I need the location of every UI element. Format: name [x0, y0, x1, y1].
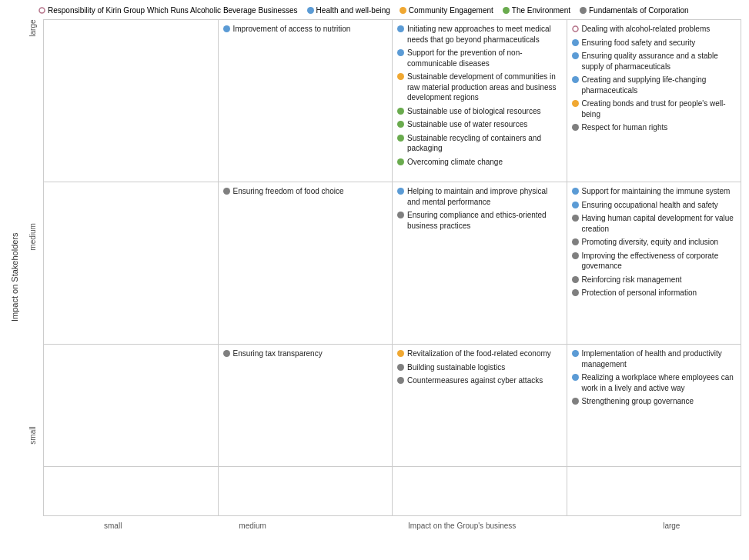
x-tick-large-label: Impact on the Group's business [323, 522, 602, 530]
svg-point-0 [39, 8, 45, 13]
dot-item [572, 252, 579, 259]
bullet-text: Countermeasures against cyber attacks [407, 375, 562, 386]
grid-rows: Improvement of access to nutrition Initi… [43, 19, 741, 516]
dot-item [223, 188, 230, 195]
bullet-text: Ensuring freedom of food choice [233, 186, 388, 197]
dot-item [397, 364, 404, 371]
dot-item [397, 135, 404, 142]
legend-item-community: Community Engagement [400, 6, 493, 15]
bullet-text: Creating bonds and trust for people's we… [582, 98, 737, 119]
legend-item-alcohol: Responsibility of Kirin Group Which Runs… [38, 6, 298, 15]
dot-item [397, 377, 404, 384]
legend: Responsibility of Kirin Group Which Runs… [8, 6, 741, 15]
bullet-revitalization: Revitalization of the food-related econo… [397, 348, 562, 359]
bullet-text: Sustainable recycling of containers and … [407, 133, 562, 154]
dot-item [397, 212, 404, 218]
legend-label-environment: The Environment [512, 6, 570, 15]
legend-label-alcohol: Responsibility of Kirin Group Which Runs… [48, 6, 298, 15]
bullet-occupational: Ensuring occupational health and safety [572, 200, 737, 211]
bullet-governance: Improving the effectiveness of corporate… [572, 251, 737, 272]
bullet-text: Dealing with alcohol-related problems [582, 24, 737, 35]
bullet-logistics: Building sustainable logistics [397, 362, 562, 373]
dot-item [572, 124, 579, 131]
bullet-immune: Support for maintaining the immune syste… [572, 186, 737, 197]
dot-item [572, 215, 579, 222]
dot-item [572, 289, 579, 296]
x-tick-large: large [602, 522, 741, 530]
legend-label-health: Health and well-being [316, 6, 390, 15]
bullet-text: Promoting diversity, equity and inclusio… [582, 237, 737, 248]
bullet-containers: Sustainable recycling of containers and … [397, 133, 562, 154]
page: Responsibility of Kirin Group Which Runs… [0, 0, 749, 560]
cell-large-small [43, 20, 218, 182]
cell-ml-medium: Ensuring freedom of food choice [218, 182, 393, 344]
cell-large-medium: Improvement of access to nutrition [218, 20, 393, 182]
dot-item [397, 158, 404, 165]
x-ticks: small medium Impact on the Group's busin… [43, 516, 741, 535]
grid-row-small [43, 466, 741, 516]
bullet-health-prod: Implementation of health and productivit… [572, 348, 737, 369]
dot-item [572, 52, 579, 59]
dot-item [397, 49, 404, 56]
dot-item [572, 202, 579, 208]
chart-container: Impact on Stakeholders large medium smal… [8, 19, 741, 535]
x-tick-medium: medium [182, 522, 322, 530]
bullet-text: Ensuring tax transparency [233, 348, 388, 359]
cell-ml-large-left: Helping to maintain and improve physical… [392, 182, 567, 344]
dot-health [307, 7, 314, 14]
bullet-text: Building sustainable logistics [407, 362, 562, 373]
bullet-text: Realizing a workplace where employees ca… [582, 372, 737, 393]
bullet-cyber: Countermeasures against cyber attacks [397, 375, 562, 386]
dot-item [572, 188, 579, 195]
ring-icon-small [572, 25, 579, 32]
dot-item [572, 276, 579, 283]
bullet-text: Reinforcing risk management [582, 275, 737, 285]
ring-icon [38, 7, 45, 14]
dot-item [223, 350, 230, 357]
bullet-alcohol: Dealing with alcohol-related problems [572, 24, 737, 35]
dot-item [397, 25, 404, 32]
bullet-text: Improvement of access to nutrition [233, 24, 388, 35]
bullet-text: Ensuring food safety and security [582, 38, 737, 48]
dot-fundamentals [580, 7, 587, 14]
cell-m-large-left: Revitalization of the food-related econo… [392, 345, 567, 466]
bullet-text: Ensuring occupational health and safety [582, 200, 737, 211]
legend-item-environment: The Environment [503, 6, 570, 15]
bullet-group-gov: Strengthening group governance [572, 396, 737, 407]
cell-large-large-right: Dealing with alcohol-related problems En… [567, 20, 742, 182]
bullet-text: Ensuring compliance and ethics-oriented … [407, 210, 562, 231]
bullet-workplace: Realizing a workplace where employees ca… [572, 372, 737, 393]
legend-label-community: Community Engagement [409, 6, 493, 15]
x-tick-small: small [43, 522, 182, 530]
bullet-risk: Reinforcing risk management [572, 275, 737, 285]
bullet-water: Sustainable use of water resources [397, 119, 562, 130]
cell-s-medium [218, 467, 393, 515]
row-label-large: large [22, 19, 43, 223]
bullet-food-safety: Ensuring food safety and security [572, 38, 737, 48]
dot-item [397, 108, 404, 115]
grid-row-medium: Ensuring tax transparency Revitalization… [43, 344, 741, 466]
dot-item [223, 25, 230, 32]
dot-item [572, 398, 579, 405]
dot-environment [503, 7, 510, 14]
bullet-text: Revitalization of the food-related econo… [407, 348, 562, 359]
cell-s-large-left [392, 467, 567, 515]
bullet-text: Overcoming climate change [407, 157, 562, 168]
legend-item-fundamentals: Fundamentals of Corporation [580, 6, 689, 15]
grid-area: Improvement of access to nutrition Initi… [43, 19, 741, 535]
bullet-text: Support for maintaining the immune syste… [582, 186, 737, 197]
dot-item [572, 374, 579, 381]
bullet-bio: Sustainable use of biological resources [397, 106, 562, 117]
bullet-human-capital: Having human capital development for val… [572, 213, 737, 234]
bullet-text: Sustainable use of water resources [407, 119, 562, 130]
bullet-text: Support for the prevention of non-commun… [407, 48, 562, 68]
row-labels: large medium small [22, 19, 43, 535]
cell-m-medium: Ensuring tax transparency [218, 345, 393, 466]
bullet-bonds: Creating bonds and trust for people's we… [572, 98, 737, 119]
bullet-freedom: Ensuring freedom of food choice [223, 186, 388, 197]
cell-m-large-right: Implementation of health and productivit… [567, 345, 742, 466]
bullet-human-rights: Respect for human rights [572, 122, 737, 133]
dot-item [397, 188, 404, 195]
row-label-small: small [22, 426, 43, 498]
bullet-quality: Ensuring quality assurance and a stable … [572, 51, 737, 72]
